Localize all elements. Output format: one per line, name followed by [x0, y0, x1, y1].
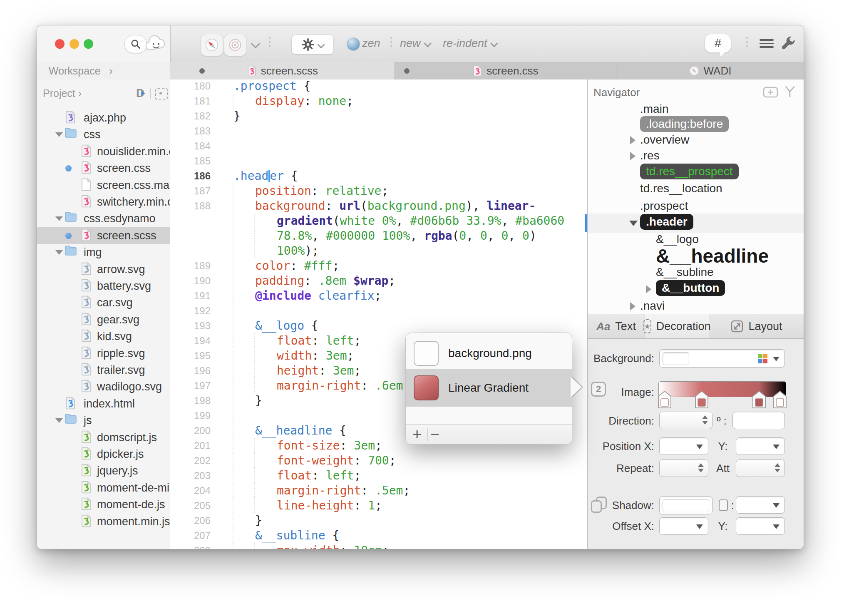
tree-item-img[interactable]: img: [37, 244, 170, 261]
close-window-button[interactable]: [55, 39, 65, 49]
navigator-filter-icon[interactable]: [784, 86, 797, 98]
add-group-icon[interactable]: [763, 86, 779, 98]
sync-cloud-button[interactable]: [144, 34, 168, 55]
dynamo-icon[interactable]: D▸: [136, 87, 148, 100]
zen-label[interactable]: zen: [362, 37, 380, 50]
list-menu-button[interactable]: [760, 37, 774, 50]
tree-item-nouislider.min.css[interactable]: nouislider.min.css: [37, 143, 170, 160]
tree-item-js[interactable]: js: [37, 412, 170, 429]
code-line-204[interactable]: 204 margin-right: .5em;: [170, 483, 587, 498]
folder-disclosure-icon[interactable]: [55, 132, 63, 137]
folder-disclosure-icon[interactable]: [55, 216, 63, 221]
tree-item-car.svg[interactable]: car.svg: [37, 294, 170, 311]
tree-item-css.esdynamo[interactable]: css.esdynamo: [37, 210, 170, 227]
zoom-window-button[interactable]: [84, 39, 93, 49]
tree-item-screen.css.map[interactable]: screen.css.map: [37, 177, 170, 194]
shadow-value-well[interactable]: [659, 496, 712, 514]
gear-menu-button[interactable]: [291, 35, 334, 55]
code-line-185[interactable]: 185: [170, 154, 587, 169]
gradient-stop-handle[interactable]: [695, 390, 709, 409]
code-line-wrap[interactable]: 100%);: [170, 243, 587, 258]
new-menu[interactable]: new: [400, 37, 430, 50]
code-line-191[interactable]: 191 @include clearfix;: [170, 288, 587, 303]
position-y-dropdown[interactable]: [736, 437, 785, 455]
disclosure-right-icon[interactable]: [630, 152, 636, 160]
workspace-header[interactable]: Workspace ›: [37, 62, 171, 80]
tree-item-trailer.svg[interactable]: trailer.svg: [37, 362, 170, 378]
popover-item-linear-gradient[interactable]: Linear Gradient: [406, 369, 572, 407]
direction-degrees-input[interactable]: [732, 412, 785, 429]
code-line-184[interactable]: 184: [170, 139, 587, 154]
tree-item-dpicker.js[interactable]: dpicker.js: [37, 446, 170, 462]
search-button[interactable]: [124, 35, 147, 53]
remove-image-button[interactable]: −: [426, 425, 444, 444]
add-image-button[interactable]: +: [408, 425, 426, 444]
repeat-stepper[interactable]: [659, 460, 708, 477]
shadow-color-dropdown[interactable]: [736, 496, 785, 514]
actions-chevron-icon[interactable]: [251, 39, 261, 49]
code-line-wrap[interactable]: 78.8%, #000000 100%, rgba(0, 0, 0, 0): [170, 229, 587, 243]
background-color-combo[interactable]: [659, 349, 785, 368]
code-line-181[interactable]: 181 display: none;: [170, 94, 587, 109]
folder-disclosure-icon[interactable]: [55, 250, 63, 255]
code-line-182[interactable]: 182 }: [170, 109, 587, 124]
code-line-183[interactable]: 183: [170, 124, 587, 139]
preview-button[interactable]: [201, 34, 223, 56]
disclosure-right-icon[interactable]: [630, 302, 636, 310]
code-line-180[interactable]: 180 .prospect {: [170, 79, 587, 94]
tree-item-jquery.js[interactable]: jquery.js: [37, 462, 170, 479]
folder-disclosure-icon[interactable]: [55, 418, 63, 423]
tree-item-ripple.svg[interactable]: ripple.svg: [37, 345, 170, 362]
code-line-203[interactable]: 203 float: left;: [170, 468, 587, 483]
tree-item-arrow.svg[interactable]: arrow.svg: [37, 261, 170, 278]
gradient-stop-handle[interactable]: [658, 390, 672, 409]
tree-item-moment-de.js[interactable]: moment-de.js: [37, 496, 170, 513]
code-line-208[interactable]: 208 max-width: 10em;: [170, 543, 587, 549]
shadow-color-chip-icon[interactable]: [719, 499, 728, 511]
code-line-205[interactable]: 205 line-height: 1;: [170, 498, 587, 513]
code-line-192[interactable]: 192: [170, 303, 587, 318]
code-line-207[interactable]: 207 &__subline {: [170, 528, 587, 543]
background-color-well[interactable]: [663, 352, 689, 365]
tree-item-domscript.js[interactable]: domscript.js: [37, 429, 170, 446]
tree-item-screen.css[interactable]: screen.css: [37, 160, 170, 176]
project-header[interactable]: Project › D▸: [37, 84, 170, 103]
direction-stepper[interactable]: [659, 412, 712, 429]
code-line-189[interactable]: 189 color: #fff;: [170, 258, 587, 273]
code-line-190[interactable]: 190 padding: .8em $wrap;: [170, 273, 587, 288]
target-action-button[interactable]: [224, 34, 246, 56]
css-hash-bubble-button[interactable]: #: [705, 34, 731, 53]
tree-item-ajax.php[interactable]: ajax.php: [37, 109, 170, 126]
popover-item-background-png[interactable]: background.png: [406, 337, 572, 369]
code-line-193[interactable]: 193 &__logo {: [170, 318, 587, 333]
code-line-186[interactable]: 186 .header {: [170, 169, 587, 184]
code-line-206[interactable]: 206 }: [170, 513, 587, 528]
offset-x-dropdown[interactable]: [659, 517, 708, 535]
tree-item-battery.svg[interactable]: battery.svg: [37, 278, 170, 294]
position-x-dropdown[interactable]: [659, 437, 708, 455]
disclosure-down-icon[interactable]: [629, 221, 638, 226]
tree-item-index.html[interactable]: index.html: [37, 395, 170, 412]
attachment-stepper[interactable]: [736, 460, 785, 477]
code-line-188[interactable]: 188 background: url(background.png), lin…: [170, 199, 587, 214]
code-line-187[interactable]: 187 position: relative;: [170, 184, 587, 199]
tab-layout[interactable]: Layout: [709, 314, 804, 338]
tree-item-gear.svg[interactable]: gear.svg: [37, 311, 170, 328]
gradient-stop-handle[interactable]: [773, 390, 787, 409]
tab-text[interactable]: Aa Text: [588, 314, 645, 338]
tools-button[interactable]: [779, 35, 797, 55]
gradient-stop-handle[interactable]: [752, 390, 766, 409]
reindent-menu[interactable]: re-indent: [443, 37, 497, 50]
tree-item-screen.scss[interactable]: screen.scss: [37, 227, 170, 244]
tree-item-switchery.min.css[interactable]: switchery.min.css: [37, 194, 170, 210]
tab-wadi[interactable]: WADI: [616, 62, 804, 79]
gradient-editor-bar[interactable]: [658, 381, 786, 397]
code-line-wrap[interactable]: gradient(white 0%, #d06b6b 33.9%, #ba606…: [170, 214, 587, 229]
code-editor[interactable]: 180 .prospect { 181 display: none; 182 }…: [170, 79, 587, 549]
tree-item-moment.min.js[interactable]: moment.min.js: [37, 513, 170, 530]
tab-screen-css[interactable]: screen.css: [395, 62, 616, 79]
tree-item-moment-de-min.js[interactable]: moment-de-min.js: [37, 479, 170, 496]
disclosure-right-icon[interactable]: [646, 285, 651, 293]
tree-item-css[interactable]: css: [37, 126, 170, 143]
scope-icon[interactable]: [155, 88, 168, 100]
